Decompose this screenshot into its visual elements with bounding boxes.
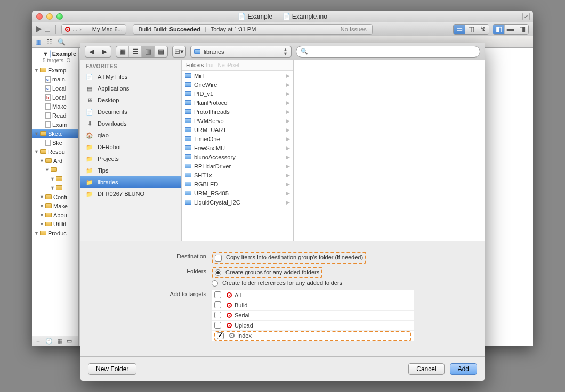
new-folder-button[interactable]: New Folder [88, 363, 136, 375]
right-panel-button[interactable]: ◨ [516, 24, 528, 34]
tree-row[interactable]: ▼Resou [32, 147, 78, 156]
favorite-item[interactable]: 📄All My Files [80, 71, 181, 83]
tree-row[interactable]: ▼Sketc [32, 129, 78, 138]
folder-row[interactable]: SHT1x▶ [182, 170, 293, 179]
tree-row[interactable]: ▼Exampl [32, 66, 78, 75]
symbol-navigator-icon[interactable]: ☷ [46, 38, 52, 46]
tree-row[interactable]: cLocal [32, 84, 78, 93]
favorite-item[interactable]: 📁DFRobot [80, 141, 181, 153]
folder-label: URM_UART [194, 127, 227, 133]
folder-row[interactable]: LiquidCrystal_I2C▶ [182, 198, 293, 207]
zoom-window-button[interactable] [57, 13, 63, 20]
folder-row[interactable]: TimerOne▶ [182, 134, 293, 143]
tree-row[interactable]: ▼Abou [32, 210, 78, 219]
target-row[interactable]: Upload [212, 321, 414, 331]
copy-items-checkbox[interactable] [215, 255, 222, 262]
tree-row[interactable]: ▼Ard [32, 156, 78, 165]
favorite-icon: 📄 [86, 74, 93, 80]
editor-mode-segment[interactable]: ▭ ◫ ↯ [453, 24, 489, 35]
list-view-button[interactable]: ☰ [129, 46, 142, 57]
run-button[interactable] [36, 26, 42, 32]
folder-row[interactable]: ProtoThreads▶ [182, 107, 293, 116]
target-row[interactable]: Build [212, 300, 414, 311]
search-field[interactable]: 🔍 [296, 46, 480, 58]
favorite-label: Desktop [98, 97, 119, 103]
folder-row[interactable]: blunoAccessory▶ [182, 152, 293, 161]
tree-row[interactable]: Make [32, 102, 78, 111]
favorite-item[interactable]: ▤Applications [80, 83, 181, 94]
target-checkbox[interactable] [214, 301, 221, 308]
project-navigator-icon[interactable]: ▥ [35, 38, 41, 46]
tree-row[interactable]: ▼ [32, 183, 78, 192]
clock-icon[interactable]: 🕘 [45, 338, 53, 345]
coverflow-view-button[interactable]: ▤ [155, 46, 167, 57]
target-checkbox[interactable] [214, 291, 221, 298]
tree-row[interactable]: ▼Utiliti [32, 219, 78, 228]
scm-icon[interactable]: ▦ [57, 338, 62, 345]
folder-row[interactable]: RGBLED▶ [182, 179, 293, 189]
favorite-item[interactable]: 📁Projects [80, 153, 181, 165]
assistant-editor-button[interactable]: ◫ [465, 24, 477, 34]
filter-icon[interactable]: ▭ [67, 338, 72, 345]
favorite-item[interactable]: 🏠qiao [80, 129, 181, 141]
stop-button[interactable] [45, 27, 50, 32]
folder-row[interactable]: URM_RS485▶ [182, 189, 293, 198]
tree-row[interactable]: hLocal [32, 93, 78, 102]
back-forward-group[interactable]: ◀ ▶ [85, 46, 111, 58]
tree-row[interactable]: ▼Confi [32, 192, 78, 201]
tree-row[interactable]: ▼ [32, 165, 78, 174]
folder-row[interactable]: PWMServo▶ [182, 116, 293, 125]
folder-row[interactable]: URM_UART▶ [182, 125, 293, 134]
search-navigator-icon[interactable]: 🔍 [58, 38, 66, 46]
tree-row[interactable]: cmain. [32, 75, 78, 84]
tree-row[interactable]: Exam [32, 120, 78, 129]
favorite-item[interactable]: 🖥Desktop [80, 94, 181, 106]
tree-row[interactable]: ▼Make [32, 201, 78, 210]
path-popup[interactable]: libraries ▲▼ [190, 46, 292, 58]
add-button[interactable]: Add [450, 363, 477, 375]
favorite-item[interactable]: 📁Tips [80, 165, 181, 176]
bottom-panel-button[interactable]: ▬ [505, 24, 516, 34]
fullscreen-button[interactable]: ⤢ [522, 13, 530, 20]
folder-row[interactable]: FreeSixIMU▶ [182, 143, 293, 152]
targets-list[interactable]: AllBuildSerialUploadIndex [212, 290, 414, 341]
folder-row[interactable]: OneWire▶ [182, 80, 293, 89]
back-button[interactable]: ◀ [85, 46, 98, 57]
close-window-button[interactable] [36, 13, 43, 20]
left-panel-button[interactable]: ◧ [493, 24, 505, 34]
view-panels-segment[interactable]: ◧ ▬ ◨ [493, 24, 529, 35]
scheme-selector[interactable]: ... › My Mac 6... [61, 24, 126, 35]
target-checkbox[interactable] [214, 312, 221, 318]
minimize-window-button[interactable] [46, 13, 53, 20]
tree-row[interactable]: ▼Produc [32, 228, 78, 238]
target-row[interactable]: All [212, 290, 414, 300]
arrange-group[interactable]: ⊞▾ [172, 46, 186, 58]
tree-row[interactable]: Ske [32, 138, 78, 147]
folder-row[interactable]: RPLidarDriver▶ [182, 161, 293, 170]
version-editor-button[interactable]: ↯ [477, 24, 489, 34]
folder-refs-radio[interactable] [212, 280, 218, 287]
folder-row[interactable]: PlainProtocol▶ [182, 98, 293, 107]
target-row[interactable]: Index [212, 331, 414, 341]
column-view-button[interactable]: ▥ [142, 46, 155, 57]
add-icon[interactable]: ＋ [35, 337, 41, 345]
tree-row[interactable]: Readi [32, 111, 78, 120]
target-row[interactable]: Serial [212, 311, 414, 321]
favorite-item[interactable]: ⬇Downloads [80, 118, 181, 129]
forward-button[interactable]: ▶ [98, 46, 111, 57]
folder-row[interactable]: Mirf▶ [182, 71, 293, 80]
create-groups-radio[interactable] [215, 270, 221, 276]
icon-view-button[interactable]: ▦ [116, 46, 129, 57]
favorite-item[interactable]: 📄Documents [80, 106, 181, 118]
favorite-item[interactable]: 📁DFR0267 BLUNO [80, 188, 181, 200]
project-root[interactable]: ▼ Example 5 targets, O [32, 48, 78, 66]
target-checkbox[interactable] [217, 332, 224, 339]
arrange-button[interactable]: ⊞▾ [173, 46, 185, 57]
view-mode-group[interactable]: ▦ ☰ ▥ ▤ [116, 46, 168, 58]
favorite-item[interactable]: 📁libraries [80, 176, 181, 188]
standard-editor-button[interactable]: ▭ [454, 24, 465, 34]
folder-row[interactable]: PID_v1▶ [182, 89, 293, 98]
tree-row[interactable]: ▼ [32, 174, 78, 183]
target-checkbox[interactable] [214, 322, 221, 329]
cancel-button[interactable]: Cancel [408, 363, 444, 375]
